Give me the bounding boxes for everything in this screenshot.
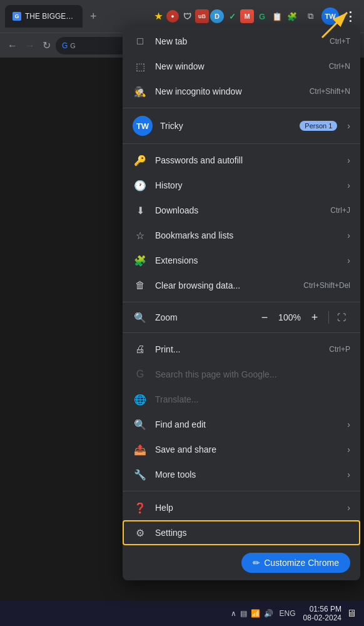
divider-5 — [123, 491, 360, 491]
incognito-shortcut: Ctrl+Shift+N — [310, 87, 350, 96]
profile-arrow: › — [347, 121, 350, 131]
menu-label-extensions: Extensions — [155, 255, 342, 265]
toolbar-extension-icons: ★ ● 🛡 uB D ✓ M G 📋 🧩 — [151, 9, 299, 23]
system-tray: ∧ ▤ 📶 🔊 ENG 01:56 PM 08-02-2024 🖥 — [0, 601, 364, 626]
tray-language[interactable]: ENG — [280, 609, 296, 618]
chrome-menu-dropdown: □ New tab Ctrl+T ⬚ New window Ctrl+N 🕵 N… — [123, 26, 360, 580]
menu-label-search-page: Search this page with Google... — [155, 369, 350, 379]
print-shortcut: Ctrl+P — [329, 345, 350, 354]
menu-label-new-tab: New tab — [155, 36, 325, 46]
ext-6[interactable]: M — [240, 9, 254, 23]
tray-monitor-icon[interactable]: 🖥 — [346, 608, 356, 619]
settings-icon: ⚙ — [133, 525, 148, 540]
menu-item-more-tools[interactable]: 🔧 More tools › — [123, 462, 360, 487]
ext-bookmark[interactable]: ★ — [151, 9, 165, 23]
menu-item-clear-data[interactable]: 🗑 Clear browsing data... Ctrl+Shift+Del — [123, 273, 360, 298]
bookmarks-arrow: › — [347, 230, 350, 240]
find-edit-icon: 🔍 — [133, 417, 148, 432]
tray-wifi: 📶 — [251, 609, 260, 618]
bookmarks-icon: ☆ — [133, 228, 148, 243]
profile-badge: Person 1 — [300, 121, 337, 131]
menu-item-extensions[interactable]: 🧩 Extensions › — [123, 248, 360, 273]
menu-item-search-page: G Search this page with Google... — [123, 362, 360, 387]
tray-time-date[interactable]: 01:56 PM 08-02-2024 — [303, 605, 341, 622]
more-tools-icon: 🔧 — [133, 467, 148, 482]
extensions-arrow: › — [347, 255, 350, 265]
menu-item-print[interactable]: 🖨 Print... Ctrl+P — [123, 337, 360, 362]
tray-chevron[interactable]: ∧ — [231, 609, 236, 618]
menu-section-nav: 🔑 Passwords and autofill › 🕐 History › ⬇… — [123, 145, 360, 300]
customize-chrome-button[interactable]: ✏ Customize Chrome — [241, 553, 350, 573]
menu-item-history[interactable]: 🕐 History › — [123, 173, 360, 198]
menu-label-bookmarks: Bookmarks and lists — [155, 230, 342, 240]
menu-item-incognito[interactable]: 🕵 New incognito window Ctrl+Shift+N — [123, 79, 360, 104]
zoom-out-button[interactable]: − — [255, 309, 275, 326]
zoom-icon: 🔍 — [133, 310, 148, 325]
menu-item-passwords[interactable]: 🔑 Passwords and autofill › — [123, 148, 360, 173]
new-tab-icon: □ — [133, 34, 148, 49]
new-tab-button[interactable]: + — [85, 8, 102, 26]
zoom-label: Zoom — [155, 312, 255, 322]
history-arrow: › — [347, 180, 350, 190]
ext-4[interactable]: D — [210, 9, 224, 23]
menu-label-help: Help — [155, 503, 342, 513]
profile-avatar: TW — [133, 116, 153, 136]
menu-label-passwords: Passwords and autofill — [155, 155, 342, 165]
find-edit-arrow: › — [347, 419, 350, 429]
menu-item-translate: 🌐 Translate... — [123, 387, 360, 412]
zoom-in-button[interactable]: + — [305, 309, 325, 326]
menu-item-new-window[interactable]: ⬚ New window Ctrl+N — [123, 54, 360, 79]
more-tools-arrow: › — [347, 470, 350, 480]
forward-button[interactable]: → — [23, 38, 38, 54]
profile-section[interactable]: TW Tricky Person 1 › — [123, 110, 360, 142]
ext-8[interactable]: 📋 — [270, 9, 284, 23]
ext-1[interactable]: ● — [166, 10, 179, 23]
customize-chrome-icon: ✏ — [253, 558, 260, 568]
tab-favicon: G — [13, 12, 21, 21]
menu-item-settings[interactable]: ⚙ Settings — [123, 520, 360, 545]
save-share-icon: 📤 — [133, 442, 148, 457]
arrow-annotation — [313, 6, 356, 46]
ext-2[interactable]: 🛡 — [180, 9, 194, 23]
ext-5[interactable]: ✓ — [225, 9, 239, 23]
divider-4 — [123, 332, 360, 333]
clear-data-icon: 🗑 — [133, 278, 148, 293]
menu-label-incognito: New incognito window — [155, 86, 305, 96]
downloads-icon: ⬇ — [133, 203, 148, 218]
tab-title: THE BIGGES... — [25, 12, 75, 21]
refresh-button[interactable]: ↻ — [40, 37, 53, 54]
menu-label-settings: Settings — [155, 528, 350, 538]
menu-item-save-share[interactable]: 📤 Save and share › — [123, 437, 360, 462]
help-arrow: › — [347, 503, 350, 513]
menu-label-history: History — [155, 180, 342, 190]
fullscreen-button[interactable]: ⛶ — [333, 309, 350, 326]
menu-label-translate: Translate... — [155, 394, 350, 404]
menu-label-clear-data: Clear browsing data... — [155, 280, 298, 290]
tray-volume: 🔊 — [264, 609, 273, 618]
save-share-arrow: › — [347, 444, 350, 454]
ext-3[interactable]: uB — [195, 9, 209, 23]
active-tab[interactable]: G THE BIGGES... — [5, 5, 83, 28]
help-icon: ❓ — [133, 500, 148, 515]
menu-item-downloads[interactable]: ⬇ Downloads Ctrl+J — [123, 198, 360, 223]
new-window-shortcut: Ctrl+N — [329, 62, 350, 71]
customize-chrome-label: Customize Chrome — [264, 558, 339, 568]
menu-item-find-edit[interactable]: 🔍 Find and edit › — [123, 412, 360, 437]
menu-item-help[interactable]: ❓ Help › — [123, 495, 360, 520]
new-window-icon: ⬚ — [133, 59, 148, 74]
passwords-arrow: › — [347, 155, 350, 165]
print-icon: 🖨 — [133, 342, 148, 357]
menu-item-bookmarks[interactable]: ☆ Bookmarks and lists › — [123, 223, 360, 248]
menu-label-more-tools: More tools — [155, 470, 342, 480]
menu-label-print: Print... — [155, 344, 324, 354]
tray-date: 08-02-2024 — [303, 613, 341, 622]
zoom-divider — [328, 311, 329, 324]
menu-section-bottom: ❓ Help › ⚙ Settings — [123, 493, 360, 548]
divider-1 — [123, 108, 360, 108]
back-button[interactable]: ← — [5, 38, 20, 54]
ext-7[interactable]: G — [255, 9, 269, 23]
clear-data-shortcut: Ctrl+Shift+Del — [303, 281, 350, 290]
divider-3 — [123, 302, 360, 302]
tray-time: 01:56 PM — [303, 605, 341, 613]
extensions-menu[interactable]: 🧩 — [285, 9, 299, 23]
